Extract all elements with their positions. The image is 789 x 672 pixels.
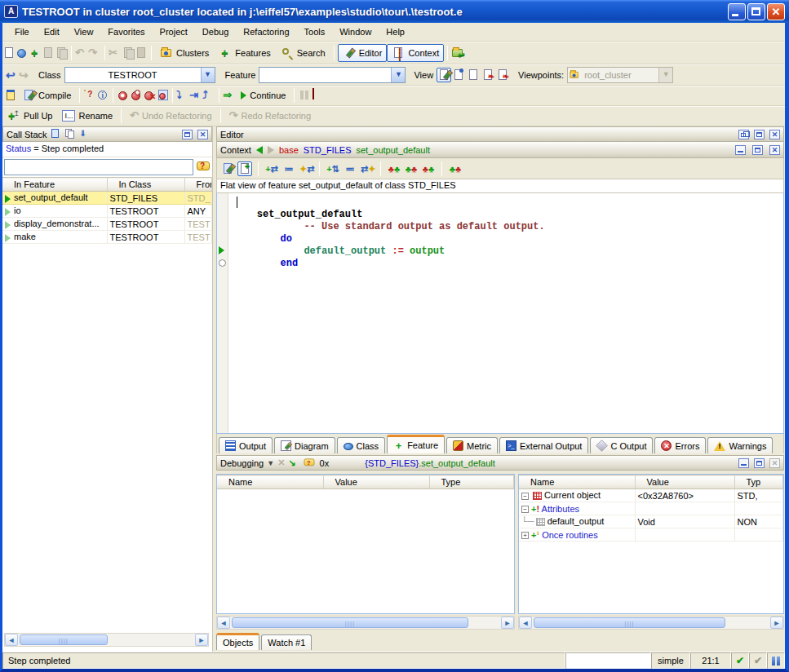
code-editor[interactable]: set_output_default -- Use standard outpu… [216, 192, 784, 434]
copy-icon[interactable] [122, 46, 135, 60]
new-window-icon[interactable] [2, 46, 16, 60]
new-item-icon[interactable]: + [29, 46, 42, 60]
info-icon[interactable]: i [96, 89, 109, 102]
step-over-icon[interactable]: ⇥ [189, 89, 202, 102]
editor-margin[interactable] [217, 193, 228, 433]
descendant-versions-icon[interactable]: ♣♣ [404, 161, 419, 176]
assigners-icon[interactable]: ≔ [281, 161, 296, 176]
context-maximize-icon[interactable] [752, 145, 763, 155]
object-row-default-output[interactable]: └─ default_output Void NON [519, 515, 783, 528]
pause-icon[interactable] [298, 89, 311, 102]
stack-row-current[interactable]: set_output_default STD_FILES STD_ [2, 192, 212, 205]
objects-col-type[interactable]: Typ [734, 475, 783, 489]
call-stack-header[interactable]: Call Stack ⇓ ✕ [2, 126, 212, 142]
title-bar[interactable]: A TESTROOT in cluster root_cluster locat… [0, 0, 789, 23]
cut-icon[interactable]: ✂ [109, 46, 122, 60]
scroll-right-icon[interactable]: ► [195, 634, 208, 646]
ancestor-versions-icon[interactable]: ♣♣ [387, 161, 401, 176]
menu-file[interactable]: File [7, 24, 37, 39]
context-back-icon[interactable] [256, 146, 263, 154]
run-icon[interactable]: ⇒ [223, 89, 236, 102]
hex-format-label[interactable]: 0x [320, 458, 330, 468]
copy-stack-icon[interactable] [64, 129, 75, 139]
context-forward-icon[interactable] [268, 146, 274, 154]
debug-close-tool-icon[interactable]: ✕ [277, 458, 285, 468]
menu-view[interactable]: View [67, 24, 101, 39]
watch-col-value[interactable]: Value [323, 475, 429, 489]
assignees-icon[interactable]: ≕ [343, 161, 357, 176]
back-icon[interactable]: ↩ [6, 69, 19, 82]
debugging-menu-arrow-icon[interactable]: ▼ [267, 459, 274, 467]
tab-external-output[interactable]: >_External Output [499, 437, 588, 453]
remove-breakpoints-icon[interactable]: ✕ [143, 89, 156, 102]
step-out-icon[interactable]: ⤴ [202, 89, 215, 102]
object-row-current[interactable]: − Current object <0x32A8760> STD, [519, 489, 783, 502]
scroll-left-icon[interactable]: ◄ [217, 617, 230, 629]
close-button[interactable]: ✕ [767, 3, 785, 20]
editor-toggle-button[interactable]: Editor [338, 44, 388, 62]
tab-errors[interactable]: ✕Errors [654, 437, 706, 453]
editor-maximize-icon[interactable] [754, 130, 765, 139]
redo-icon[interactable]: ↷ [88, 46, 101, 60]
col-in-feature[interactable]: In Feature [2, 178, 107, 192]
edit-feature-icon[interactable] [220, 161, 235, 176]
open-icon[interactable] [16, 46, 29, 60]
menu-refactoring[interactable]: Refactoring [236, 24, 296, 39]
editor-header[interactable]: Editor ✕ [216, 126, 784, 142]
disable-breakpoints-icon[interactable] [130, 89, 143, 102]
scroll-right-icon[interactable]: ► [501, 617, 514, 629]
debugging-close-icon[interactable]: ✕ [769, 458, 780, 468]
project-settings-icon[interactable] [4, 89, 17, 102]
undo-refactoring-button[interactable]: ↶ Undo Refactoring [125, 107, 217, 125]
tab-class[interactable]: Class [337, 437, 386, 453]
watch-col-name[interactable]: Name [217, 475, 323, 489]
paste-icon[interactable] [135, 46, 148, 60]
col-in-class[interactable]: In Class [107, 178, 184, 192]
viewpoints-combo[interactable]: root_cluster ▼ [567, 67, 673, 83]
features-button[interactable]: + Features [214, 44, 275, 62]
tab-diagram[interactable]: Diagram [274, 437, 335, 453]
scroll-right-icon[interactable]: ► [770, 617, 783, 629]
search-button[interactable]: Search [276, 44, 330, 62]
pull-up-button[interactable]: +↥ Pull Up [2, 107, 57, 125]
stack-row[interactable]: io TESTROOT ANY [2, 205, 212, 218]
edit-flat-feature-icon[interactable]: + [237, 161, 252, 176]
minimize-button[interactable] [728, 3, 746, 20]
homonyms-icon[interactable]: ♣♣ [448, 161, 463, 176]
contract-view-icon[interactable]: ❧ [481, 68, 495, 82]
scroll-left-icon[interactable]: ◄ [519, 617, 532, 629]
collapse-icon[interactable]: − [521, 506, 529, 513]
callers-icon[interactable]: +⇄ [264, 161, 279, 176]
continue-button[interactable]: Continue [236, 88, 290, 103]
tab-output[interactable]: Output [219, 437, 273, 453]
editor-restore-icon[interactable] [738, 130, 749, 139]
stack-row[interactable]: make TESTROOT TEST [2, 231, 212, 244]
tab-feature[interactable]: +Feature [387, 435, 445, 453]
class-combo-arrow[interactable]: ▼ [201, 68, 215, 82]
scroll-thumb[interactable] [232, 617, 468, 628]
flat-view-icon[interactable] [466, 68, 481, 82]
scroll-left-icon[interactable]: ◄ [5, 634, 18, 646]
save-all-icon[interactable] [55, 46, 68, 60]
menu-window[interactable]: Window [332, 24, 379, 39]
tab-warnings[interactable]: Warnings [707, 437, 773, 453]
step-into-icon[interactable]: ⤵ [176, 89, 189, 102]
context-minimize-icon[interactable] [735, 145, 746, 155]
redo-refactoring-button[interactable]: ↷ Redo Refactoring [224, 107, 317, 125]
clickable-view-icon[interactable] [451, 68, 466, 82]
forward-icon[interactable]: ↪ [19, 69, 32, 82]
col-from[interactable]: From [184, 178, 212, 192]
compile-button[interactable]: Compile [17, 86, 76, 104]
objects-col-name[interactable]: Name [519, 475, 635, 489]
debug-note-icon[interactable] [303, 458, 314, 468]
new-tool-icon[interactable]: ↩ [451, 46, 464, 60]
watch-hscrollbar[interactable]: ◄ ► [216, 616, 515, 630]
compile-query-icon[interactable] [83, 89, 96, 102]
undo-icon[interactable]: ↶ [75, 46, 88, 60]
menu-project[interactable]: Project [153, 24, 195, 39]
save-stack-icon[interactable] [51, 129, 61, 139]
clusters-button[interactable]: Clusters [155, 44, 214, 62]
menu-debug[interactable]: Debug [195, 24, 236, 39]
stack-help-icon[interactable] [196, 161, 211, 174]
breakpoint-slot-icon[interactable] [219, 259, 226, 267]
